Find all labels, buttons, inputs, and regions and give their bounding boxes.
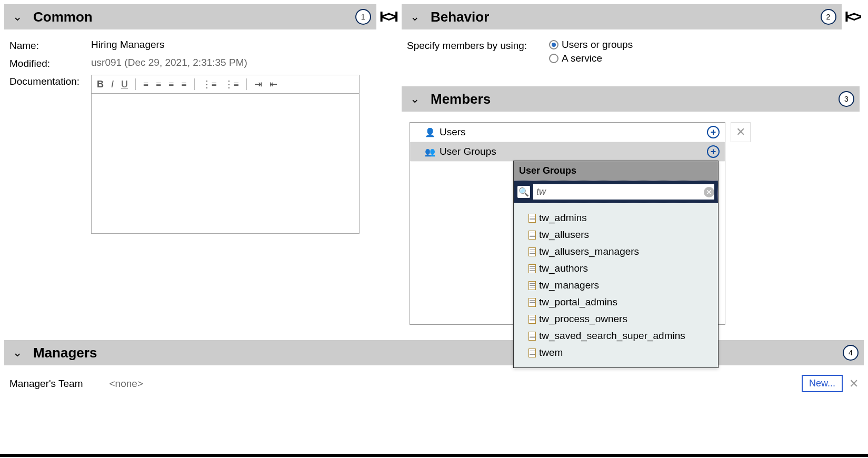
modified-label: Modified: xyxy=(9,57,91,69)
dropdown-item[interactable]: twem xyxy=(516,344,716,361)
document-icon xyxy=(528,298,536,307)
chevron-down-icon: ⌄ xyxy=(9,10,25,24)
users-label: Users xyxy=(440,126,466,138)
common-section-header[interactable]: ⌄ Common 1 xyxy=(4,4,376,29)
document-icon xyxy=(528,332,536,341)
specify-members-label: Specify members by using: xyxy=(407,39,549,52)
search-icon: 🔍 xyxy=(517,186,530,198)
managers-title: Managers xyxy=(33,345,97,361)
outdent-icon[interactable]: ⇤ xyxy=(270,78,277,90)
dropdown-item-label: tw_authors xyxy=(539,263,588,274)
nav-prev-next-icons[interactable]: I<> xyxy=(845,8,860,25)
user-groups-dropdown: User Groups 🔍 ✕ tw_adminstw_alluserstw_a… xyxy=(513,161,719,368)
user-groups-label: User Groups xyxy=(440,146,496,157)
members-tree: 👤 Users + 👥 User Groups + User Groups xyxy=(410,122,725,325)
dropdown-title: User Groups xyxy=(514,161,718,181)
name-label: Name: xyxy=(9,39,91,52)
nav-prev-next-icons[interactable]: I<>I xyxy=(380,8,396,25)
documentation-label: Documentation: xyxy=(9,75,91,87)
user-icon: 👤 xyxy=(425,127,435,137)
managers-badge: 4 xyxy=(843,345,859,361)
behavior-title: Behavior xyxy=(431,9,489,25)
managers-team-label: Manager's Team xyxy=(9,378,83,390)
dropdown-item-label: tw_admins xyxy=(539,212,587,224)
document-icon xyxy=(528,281,536,290)
members-badge: 3 xyxy=(839,91,854,107)
members-title: Members xyxy=(431,91,491,107)
align-right-icon[interactable]: ≡ xyxy=(168,79,174,90)
dropdown-item-label: tw_allusers xyxy=(539,229,589,241)
unordered-list-icon[interactable]: ⋮≡ xyxy=(224,78,239,90)
members-section-header[interactable]: ⌄ Members 3 xyxy=(402,86,860,112)
tree-row-user-groups[interactable]: 👥 User Groups + xyxy=(410,142,725,162)
name-value: Hiring Managers xyxy=(91,39,164,51)
radio-a-service[interactable]: A service xyxy=(549,53,633,64)
remove-manager-button[interactable]: ✕ xyxy=(849,377,859,391)
document-icon xyxy=(528,247,536,256)
document-icon xyxy=(528,214,536,223)
underline-icon[interactable]: U xyxy=(121,79,128,90)
tree-row-users[interactable]: 👤 Users + xyxy=(410,123,725,142)
new-manager-button[interactable]: New... xyxy=(802,375,843,392)
dropdown-item[interactable]: tw_admins xyxy=(516,210,716,226)
common-badge: 1 xyxy=(355,9,371,25)
radio-users-or-groups-label: Users or groups xyxy=(562,39,633,51)
dropdown-item-label: twem xyxy=(539,347,563,359)
dropdown-item-label: tw_portal_admins xyxy=(539,296,617,308)
clear-search-button[interactable]: ✕ xyxy=(704,187,714,197)
dropdown-item-label: tw_process_owners xyxy=(539,313,627,325)
dropdown-item-label: tw_allusers_managers xyxy=(539,246,639,257)
managers-section-header[interactable]: ⌄ Managers 4 xyxy=(4,340,864,365)
chevron-down-icon: ⌄ xyxy=(407,10,423,24)
radio-checked-icon xyxy=(549,40,558,49)
dropdown-item[interactable]: tw_managers xyxy=(516,277,716,294)
radio-a-service-label: A service xyxy=(562,53,602,64)
common-title: Common xyxy=(33,9,93,25)
dropdown-item-label: tw_saved_search_super_admins xyxy=(539,330,685,342)
behavior-badge: 2 xyxy=(821,9,836,25)
dropdown-item[interactable]: tw_authors xyxy=(516,260,716,277)
dropdown-item[interactable]: tw_process_owners xyxy=(516,311,716,327)
chevron-down-icon: ⌄ xyxy=(9,346,25,360)
indent-icon[interactable]: ⇥ xyxy=(254,78,262,90)
documentation-textarea[interactable] xyxy=(92,94,359,233)
footer-divider xyxy=(0,454,868,457)
dropdown-item[interactable]: tw_allusers xyxy=(516,226,716,243)
align-left-icon[interactable]: ≡ xyxy=(143,79,148,90)
ordered-list-icon[interactable]: ⋮≡ xyxy=(202,78,217,90)
bold-icon[interactable]: B xyxy=(97,79,104,90)
chevron-down-icon: ⌄ xyxy=(407,92,423,106)
user-groups-search-input[interactable] xyxy=(533,184,714,200)
add-user-button[interactable]: + xyxy=(707,126,720,138)
align-center-icon[interactable]: ≡ xyxy=(156,79,161,90)
remove-member-button[interactable]: ✕ xyxy=(731,122,751,142)
document-icon xyxy=(528,315,536,324)
document-icon xyxy=(528,264,536,273)
dropdown-item[interactable]: tw_saved_search_super_admins xyxy=(516,327,716,344)
align-justify-icon[interactable]: ≡ xyxy=(181,79,186,90)
behavior-section-header[interactable]: ⌄ Behavior 2 xyxy=(402,4,842,29)
document-icon xyxy=(528,231,536,240)
users-icon: 👥 xyxy=(425,147,435,157)
document-icon xyxy=(528,349,536,357)
radio-users-or-groups[interactable]: Users or groups xyxy=(549,39,633,51)
radio-unchecked-icon xyxy=(549,54,558,63)
italic-icon[interactable]: I xyxy=(111,79,114,90)
dropdown-item[interactable]: tw_portal_admins xyxy=(516,294,716,311)
dropdown-item-label: tw_managers xyxy=(539,280,599,291)
modified-value: usr091 (Dec 29, 2021, 2:31:35 PM) xyxy=(91,57,247,68)
add-user-group-button[interactable]: + xyxy=(707,145,720,158)
managers-team-value: <none> xyxy=(109,378,143,390)
documentation-editor: B I U ≡ ≡ ≡ ≡ ⋮≡ ⋮≡ ⇥ ⇤ xyxy=(91,75,360,234)
dropdown-item[interactable]: tw_allusers_managers xyxy=(516,243,716,260)
